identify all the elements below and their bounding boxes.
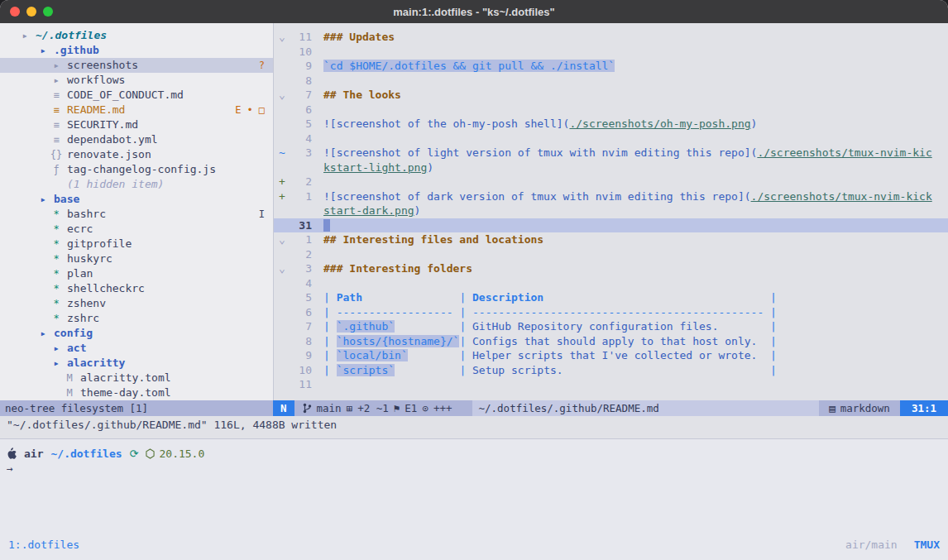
editor-line[interactable]: 8 [274,74,948,89]
editor-line[interactable]: ⌄1## Interesting files and locations [274,232,948,247]
editor-line[interactable]: 10 [274,45,948,60]
tmux-statusbar: 1:.dotfiles air/main TMUX [0,533,948,560]
folder-icon: ▸ [36,192,50,207]
prompt-cwd: ~/.dotfiles [50,448,122,460]
editor-line[interactable]: ⌄7## The looks [274,88,948,103]
editor-line[interactable]: 6| ------------------ | ----------------… [274,305,948,320]
tree-item-code-of-conduct-md[interactable]: ≡CODE_OF_CONDUCT.md [0,88,273,103]
tree-item-label: README.md [67,103,125,117]
editor-line[interactable]: 5![screenshot of the oh-my-posh shell](.… [274,117,948,132]
node-version: 20.15.0 [146,448,204,460]
line-text: | `local/bin` | Helper scripts that I've… [312,348,948,363]
shell-file-icon: * [50,237,63,251]
line-number [287,160,312,175]
tree-item-zshenv[interactable]: *zshenv [0,296,273,311]
tree-item-github[interactable]: ▸.github [0,43,273,58]
neotree-winbar: neo-tree filesystem [1] [0,400,273,416]
editor-line[interactable]: 11 [274,377,948,392]
tree-item-zshrc[interactable]: *zshrc [0,311,273,326]
editor-line[interactable]: 9`cd $HOME/.dotfiles && git pull && ./in… [274,59,948,74]
tree-item-huskyrc[interactable]: *huskyrc [0,251,273,266]
gutter-sign [274,160,287,175]
shell-file-icon: * [50,281,63,296]
editor-line[interactable]: 4 [274,276,948,291]
editor-line[interactable]: +1![screenshot of dark version of tmux w… [274,189,948,204]
editor-line[interactable]: 10| `scripts` | Setup scripts. | [274,363,948,378]
prompt-arrow: → [7,462,13,475]
tree-item-screenshots[interactable]: ▸screenshots? [0,58,273,73]
tree-item-dotfiles[interactable]: ▸~/.dotfiles [0,28,273,43]
line-text: kstart-light.png) [312,160,948,175]
editor-line[interactable]: ~3![screenshot of light version of tmux … [274,146,948,160]
line-number: 1 [287,232,312,247]
tree-item-base[interactable]: ▸base [0,192,273,207]
line-number: 9 [287,59,312,74]
tree-item-theme-day-toml[interactable]: Mtheme-day.toml [0,385,273,400]
tree-item-1-hidden-item[interactable]: (1 hidden item) [0,177,273,192]
line-number: 7 [287,319,312,334]
tree-item-alacritty[interactable]: ▸alacritty [0,356,273,371]
editor-pane[interactable]: ⌄11### Updates109`cd $HOME/.dotfiles && … [273,23,948,400]
shell-input-line[interactable]: → [7,462,941,477]
close-button[interactable] [10,7,20,17]
tree-item-config[interactable]: ▸config [0,326,273,341]
cmdline-message: "~/.dotfiles/.github/README.md" 116L, 44… [0,416,948,438]
editor-line[interactable]: 4 [274,132,948,146]
editor-line[interactable]: ⌄3### Interesting folders [274,261,948,276]
tree-item-security-md[interactable]: ≡SECURITY.md [0,117,273,132]
tree-item-plan[interactable]: *plan [0,266,273,281]
badge-group: E•□ [235,103,265,117]
editor-line[interactable]: 5| Path | Description | [274,290,948,305]
tmux-session-name: air/main [845,538,898,560]
tree-item-dependabot-yml[interactable]: ≡dependabot.yml [0,132,273,147]
editor-buffer[interactable]: ⌄11### Updates109`cd $HOME/.dotfiles && … [274,30,948,392]
node-hexagon-icon [146,448,155,459]
tmux-window-tab[interactable]: 1:.dotfiles [8,538,79,560]
tree-item-bashrc[interactable]: *bashrcI [0,207,273,222]
editor-line[interactable]: 7| `.github` | GitHub Repository configu… [274,319,948,334]
editor-line[interactable]: kstart-light.png) [274,160,948,175]
gutter-sign: ~ [274,146,287,160]
git-diff-counts: +2 ~1 [357,402,389,414]
line-number: 4 [287,276,312,291]
tree-item-readme-md[interactable]: ≡README.mdE•□ [0,103,273,117]
line-text: | `.github` | GitHub Repository configur… [312,319,948,334]
tree-item-ecrc[interactable]: *ecrc [0,222,273,237]
tree-item-label: huskyrc [67,251,113,266]
tree-item-workflows[interactable]: ▸workflows [0,73,273,88]
shell-pane[interactable]: air ~/.dotfiles 20.15.0 → [0,439,948,533]
minimize-button[interactable] [26,7,36,17]
tree-item-label: zshenv [67,296,106,311]
line-text: ![screenshot of the oh-my-posh shell](./… [312,117,948,132]
tree-item-alacritty-toml[interactable]: Malacritty.toml [0,371,273,385]
gutter-sign [274,74,287,89]
zoom-button[interactable] [43,7,53,17]
shell-prompt: air ~/.dotfiles 20.15.0 [7,446,941,461]
tree-item-renovate-json[interactable]: {}renovate.json [0,147,273,162]
status-badge: ? [259,58,265,73]
gutter-sign: ⌄ [274,88,287,103]
status-extra: +++ [433,402,452,414]
editor-line[interactable]: 2 [274,247,948,262]
apple-icon [7,448,17,460]
markdown-file-icon: ≡ [50,117,63,132]
editor-line[interactable]: 9| `local/bin` | Helper scripts that I'v… [274,348,948,363]
gutter-sign [274,59,287,74]
line-text: | `hosts/{hostname}/`| Configs that shou… [312,334,948,349]
editor-line[interactable]: ⌄11### Updates [274,30,948,45]
tree-item-tag-changelog-config-js[interactable]: ƒtag-changelog-config.js [0,162,273,177]
editor-line[interactable]: start-dark.png) [274,203,948,218]
tree-item-act[interactable]: ▸act [0,341,273,356]
line-text: ![screenshot of light version of tmux wi… [312,146,948,160]
editor-line[interactable]: 31 [274,218,948,233]
tree-item-shellcheckrc[interactable]: *shellcheckrc [0,281,273,296]
editor-line[interactable]: 8| `hosts/{hostname}/`| Configs that sho… [274,334,948,349]
editor-line[interactable]: 6 [274,103,948,117]
statusline: N main +2 ~1 E1 +++ ~/.dotfiles/.github/… [273,400,948,416]
tree-item-gitprofile[interactable]: *gitprofile [0,237,273,251]
editor-line[interactable]: +2 [274,175,948,189]
status-badge: □ [259,103,265,117]
window-titlebar[interactable]: main:1:.dotfiles - "ks~/.dotfiles" [0,0,948,23]
line-number: 10 [287,45,312,60]
gutter-sign [274,132,287,146]
